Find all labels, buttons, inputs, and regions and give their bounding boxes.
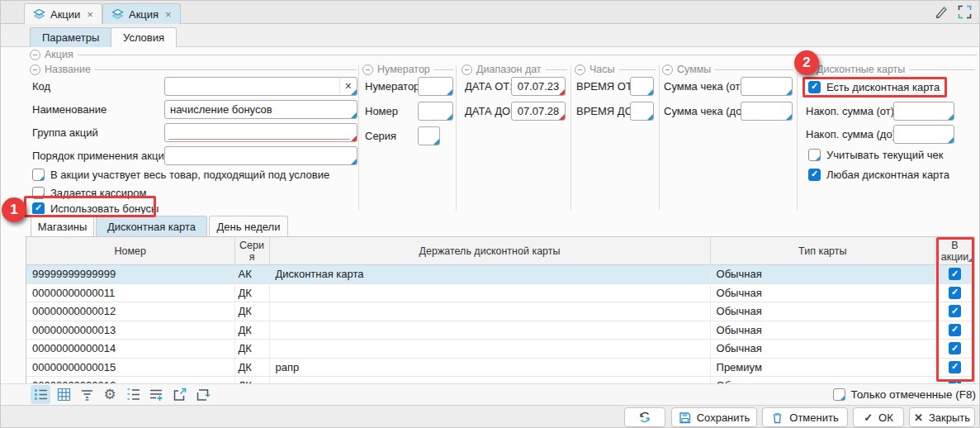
close-button[interactable]: ✕ Закрыть [909,407,975,427]
checkbox-any-discount-card[interactable]: Любая дисконтная карта [808,168,949,181]
tab-promotion-card[interactable]: Акция × [102,3,181,24]
checkbox-consider-current-check[interactable]: Учитывать текущий чек [808,148,944,161]
name-field[interactable]: начисление бонусов [164,100,357,119]
close-x-icon: ✕ [914,411,923,424]
group-line [546,69,567,70]
column-header-number[interactable]: Номер [26,237,235,264]
name-label: Наименование [32,100,107,119]
cell-holder [270,321,711,340]
collapse-icon[interactable] [662,64,673,75]
table-row[interactable]: 00000000000015 ДК рапр Премиум [26,359,974,378]
check-sum-from-field[interactable] [741,77,793,96]
grid-icon[interactable] [54,385,73,404]
collapse-icon[interactable] [362,64,373,75]
checkbox-all-goods[interactable]: В акции участвует весь товар, подходящий… [32,168,329,181]
filter-icon[interactable] [77,385,97,404]
tab-promotions-list[interactable]: Акции × [24,3,102,24]
group-separator [570,65,571,211]
cell-number: 00000000000012 [26,302,235,321]
tab-stores[interactable]: Магазины [31,216,94,236]
close-label: Закрыть [929,411,970,424]
add-row-icon[interactable] [146,385,166,404]
code-field[interactable]: × [164,77,357,96]
promo-group-field[interactable] [164,123,357,142]
clear-icon[interactable]: × [339,78,352,94]
row-checkbox[interactable] [949,305,961,317]
time-to-field[interactable] [630,102,654,121]
cell-number: 00000000000013 [26,321,235,340]
cell-holder: рапр [270,359,711,377]
accum-to-field[interactable] [893,125,954,144]
tab-parameters[interactable]: Параметры [30,27,111,47]
numbered-list-icon[interactable] [123,385,143,404]
tab-close-icon[interactable]: × [165,8,172,21]
open-external-icon[interactable] [169,385,189,404]
code-label: Код [32,77,50,96]
cancel-button[interactable]: Отменить [762,407,848,427]
collapse-icon[interactable] [30,50,40,60]
ok-label: ОК [878,411,893,424]
checkbox[interactable] [808,81,821,93]
tab-conditions[interactable]: Условия [111,27,177,47]
check-sum-to-field[interactable] [741,102,793,121]
checkbox[interactable] [32,187,45,199]
checkbox[interactable] [32,202,45,215]
checkbox-only-marked[interactable]: Только отмеченные (F8) [833,388,976,401]
apply-order-field[interactable] [164,146,357,165]
column-header-series[interactable]: Серия [235,237,270,264]
row-checkbox[interactable] [949,342,961,354]
group-line [715,69,793,70]
cell-type: Обычная [711,340,936,358]
group-title: Акция [45,49,73,60]
row-checkbox[interactable] [949,361,961,373]
check-sum-to-label: Сумма чека (до) [664,102,746,121]
number-field[interactable] [418,102,453,121]
reload-icon[interactable] [192,385,212,404]
save-disk-icon [679,411,691,424]
collapse-icon[interactable] [462,64,472,75]
checkbox[interactable] [833,388,845,401]
table-row[interactable]: 00000000000012 ДК Обычная [26,302,974,321]
cell-type: Обычная [711,321,936,340]
expand-corners-icon[interactable] [957,4,973,20]
checkbox[interactable] [808,149,821,161]
settings-gear-icon[interactable]: ⚙ [100,385,120,404]
table-row[interactable]: 00000000000013 ДК Обычная [26,321,974,340]
table-row[interactable]: 00000000000014 ДК Обычная [26,340,974,359]
cancel-label: Отменить [789,411,838,424]
table-row[interactable]: 00000000000016 ДК Обычная [26,377,974,383]
layers-icon [111,8,124,21]
tab-weekday[interactable]: День недели [209,216,288,236]
edit-pencil-icon[interactable] [933,4,949,20]
checkbox-use-bonuses[interactable]: Использовать бонусы [32,202,159,215]
checkbox[interactable] [808,169,821,181]
cell-series: ДК [235,359,270,377]
tab-close-icon[interactable]: × [87,8,93,21]
date-to-field[interactable]: 07.07.28 [511,102,566,121]
tab-discount-card[interactable]: Дисконтная карта [96,216,207,236]
save-button[interactable]: Сохранить [671,407,757,427]
group-name: Название [30,64,357,75]
collapse-icon[interactable] [30,64,40,75]
numerator-field[interactable] [418,77,453,96]
checkbox-set-by-cashier[interactable]: Задается кассиром [32,186,147,199]
column-header-type[interactable]: Тип карты [711,237,936,264]
checkbox[interactable] [32,169,45,181]
checkbox-has-discount-card[interactable]: Есть дисконтная карта [808,80,940,93]
row-checkbox[interactable] [949,268,961,280]
accum-from-field[interactable] [893,102,954,121]
ok-button[interactable]: ✓ ОК [853,407,904,427]
time-from-field[interactable] [630,77,654,96]
column-header-holder[interactable]: Держатель дисконтной карты [270,237,711,264]
table-row[interactable]: 99999999999999 АК Дисконтная карта Обычн… [26,265,974,284]
row-checkbox[interactable] [949,324,961,336]
series-field[interactable] [418,126,440,145]
refresh-button[interactable] [624,407,665,427]
date-from-field[interactable]: 07.07.23 [511,77,566,96]
collapse-icon[interactable] [575,64,585,75]
row-checkbox[interactable] [949,287,961,299]
bullet-list-icon[interactable] [31,385,50,404]
cell-type: Обычная [711,284,936,302]
column-header-in-action[interactable]: В акции [935,237,974,264]
table-row[interactable]: 00000000000011 ДК Обычная [26,284,974,303]
